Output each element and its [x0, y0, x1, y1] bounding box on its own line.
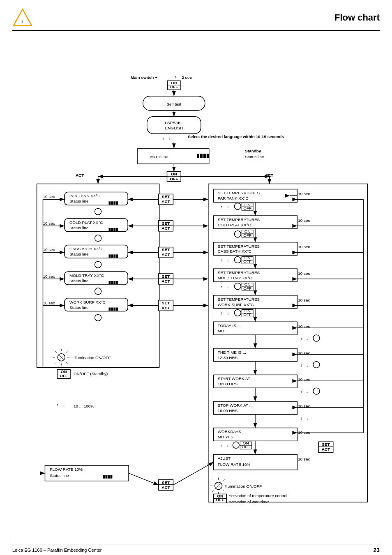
status-sq2 [200, 154, 203, 158]
warning-icon: ! [12, 8, 33, 27]
circle-time [313, 362, 320, 368]
ajust-text: AJUST [218, 456, 231, 461]
act-par-tank-circle [95, 208, 101, 215]
fs2 [105, 475, 107, 479]
s33 [113, 254, 115, 258]
status-sq4 [207, 154, 209, 158]
set-temp-work-label1: SET TEMPERATURES [218, 297, 260, 302]
set-label-btn3: SET [162, 247, 170, 252]
illumination-set-legend: Illumination ON/OFF [225, 484, 262, 488]
workdays-val: MO YES [218, 435, 234, 439]
circle-set2 [234, 231, 241, 237]
off-act: OFF [216, 497, 224, 502]
nav-dn-stop: ↓ [306, 416, 308, 421]
fs1 [103, 475, 105, 479]
flow-status-text: Status line [50, 473, 69, 478]
off-text-top: OFF [170, 85, 178, 89]
s32 [111, 254, 113, 258]
today-val-text: MO [218, 329, 224, 333]
act-cass-circle [95, 261, 101, 268]
set-temp-par-label2: PAR TANK XX°C [218, 196, 249, 200]
set-10sec-1: 10 sec [298, 191, 310, 196]
off-s4: OFF [243, 286, 251, 290]
nav-dn5: ↓ [227, 311, 229, 315]
self-test-text: Self test [166, 102, 181, 106]
nav-dn3: ↓ [227, 258, 229, 263]
status-line-label: Status line [245, 154, 264, 159]
act-10sec-5: 10 sec [43, 301, 55, 305]
off-text-div: OFF [170, 177, 178, 181]
nav-up-time: ↑ [300, 363, 302, 368]
set-temp-cass-label1: SET TEMPERATURES [218, 244, 260, 249]
header: ! Flow chart [12, 8, 380, 31]
nav-up3: ↑ [221, 258, 223, 263]
time-is-text: THE TIME IS ... [218, 350, 246, 355]
onoff-standby-legend: ON/OFF (Standby) [74, 371, 108, 376]
nav-up4: ↑ [221, 285, 223, 289]
nav-dn-time: ↓ [306, 363, 308, 368]
act-10sec-2: 10 sec [43, 221, 55, 226]
act-par-tank-text: PAR TANK XX°C [69, 193, 100, 198]
s51 [108, 308, 111, 311]
act-mold-tray-text: MOLD TRAY XX°C [69, 273, 104, 278]
s31 [108, 254, 111, 258]
s23 [113, 228, 115, 231]
off-s5: OFF [243, 312, 251, 317]
set-label-btn4: SET [162, 274, 170, 279]
set-10sec-3: 10 sec [298, 245, 310, 249]
set-temp-work-label2: WORK SURF XX°C [218, 302, 254, 307]
mo-time-text: MO 12:30 [150, 154, 168, 159]
workdays-text: WORKDAYS [218, 429, 242, 434]
act-10sec-1: 10 sec [43, 194, 55, 199]
set-label-btn5: SET [162, 301, 170, 305]
act-label-flow: ACT [161, 485, 170, 490]
act-work-surf-text: WORK SURF XX°C [69, 300, 106, 304]
language-text2: ENGLISH [165, 126, 183, 130]
off-s3: OFF [243, 259, 251, 264]
s14 [116, 201, 118, 205]
act-label-btn1: ACT [161, 199, 170, 204]
set-temp-par-label1: SET TEMPERATURES [218, 191, 260, 195]
activation-work-legend: Activation of workdays [228, 500, 269, 504]
s52 [111, 308, 113, 311]
ajust-10sec: 10 sec [298, 457, 310, 461]
act-work-circle [95, 314, 101, 321]
set-10sec-2: 10 sec [298, 218, 310, 223]
time-val-text: 12:30 HRS [218, 355, 238, 360]
act-work-status: Status line [69, 305, 89, 310]
flow-rate-set-text: FLOW RATE 10% [218, 462, 251, 467]
set-10sec-5: 10 sec [298, 298, 310, 302]
act-10sec-3: 10 sec [43, 247, 55, 252]
circle-wday [233, 442, 239, 448]
act-mold-status: Status line [69, 279, 89, 283]
page-title: Flow chart [334, 12, 380, 23]
nav-up-wday: ↑ [221, 443, 223, 448]
s12 [111, 201, 113, 205]
set-10sec-4: 10 sec [298, 271, 310, 276]
circle-start [313, 388, 320, 394]
on-text-div: ON [171, 172, 177, 176]
s42 [111, 281, 113, 284]
status-sq3 [203, 154, 206, 158]
nav-dn-start: ↓ [306, 389, 308, 394]
circle-set1 [234, 203, 241, 210]
set-temp-cold-label1: SET TEMPERATURES [218, 217, 260, 222]
nav-up-start: ↑ [300, 389, 302, 394]
set-label-btn2: SET [162, 221, 170, 226]
off-wday: OFF [242, 444, 250, 449]
s54 [116, 308, 118, 311]
off-legend: OFF [60, 373, 68, 378]
s44 [116, 281, 118, 284]
act-label-btn5: ACT [161, 306, 170, 310]
activation-temp-legend: Activation of temperature control [228, 493, 287, 498]
act-label-wday: ACT [322, 447, 330, 451]
footer-left: Leica EG 1160 – Paraffin Embedding Cente… [12, 548, 102, 553]
nav-up-today: ↑ [300, 336, 302, 341]
s22 [111, 228, 113, 231]
act-mold-circle [95, 288, 101, 295]
start-work-text: START WORK AT ... [218, 376, 255, 381]
set-temp-cass-label2: CASS BATH XX°C [218, 249, 252, 253]
act-cold-plat-text: COLD PLAT XX°C [69, 220, 103, 225]
s11 [108, 201, 111, 205]
act-label-btn3: ACT [161, 252, 170, 257]
